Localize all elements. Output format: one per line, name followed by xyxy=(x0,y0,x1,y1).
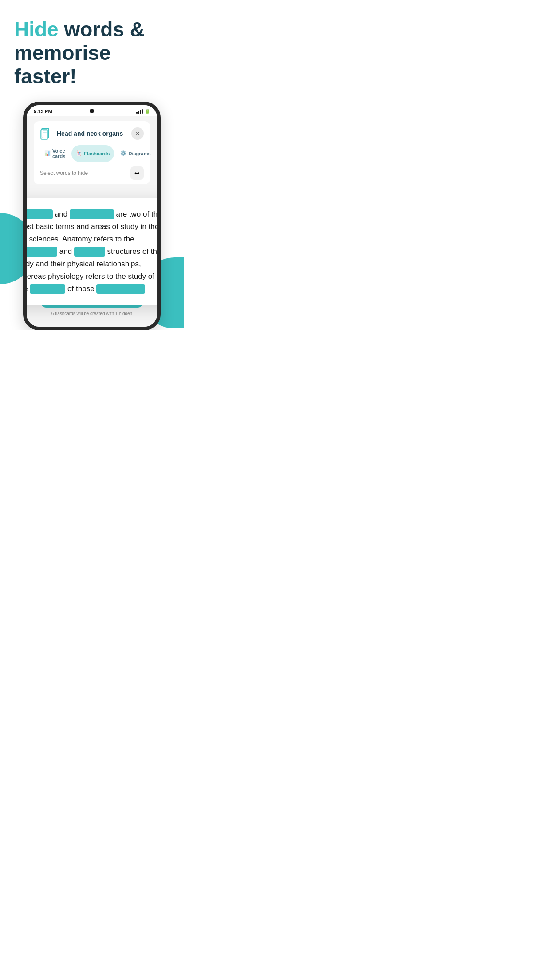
subtitle-text: 6 flashcards will be created with 1 hidd… xyxy=(41,311,143,316)
phone-mockup: 5:13 PM 🔋 xyxy=(23,102,161,331)
hero-highlight: Hide xyxy=(14,18,59,41)
tab-flashcards-label: Flashcards xyxy=(84,151,110,156)
hero-section: Hide words &memorisefaster! xyxy=(0,0,184,97)
flashcard-text: and are two of the most basic terms and … xyxy=(23,208,161,295)
app-title: Head and neck organs xyxy=(57,130,127,137)
status-icons: 🔋 xyxy=(136,109,150,114)
hidden-word-3[interactable] xyxy=(23,247,57,257)
app-header: Head and neck organs × 📊 Voice cards 🃏 F… xyxy=(34,121,150,162)
hero-title: Hide words &memorisefaster! xyxy=(14,18,169,88)
text-and2: and xyxy=(59,247,74,256)
diagrams-icon: ⚙️ xyxy=(120,150,126,156)
flashcard-popup: and are two of the most basic terms and … xyxy=(23,198,161,305)
document-icon xyxy=(40,127,52,140)
camera-dot xyxy=(90,109,94,113)
battery-icon: 🔋 xyxy=(145,109,150,114)
text-of-those: of those xyxy=(67,285,96,293)
app-header-row: Head and neck organs × xyxy=(40,127,144,140)
phone-wrapper: 5:13 PM 🔋 xyxy=(0,102,184,331)
hidden-word-2[interactable] xyxy=(70,209,114,219)
hidden-word-1[interactable] xyxy=(23,209,53,219)
close-button[interactable]: × xyxy=(131,127,144,140)
tabs-row: 📊 Voice cards 🃏 Flashcards ⚙️ Diagrams xyxy=(40,145,144,162)
tab-voice-cards[interactable]: 📊 Voice cards xyxy=(40,145,70,162)
tab-voice-cards-label: Voice cards xyxy=(52,148,65,159)
status-time: 5:13 PM xyxy=(34,109,52,114)
select-words-label: Select words to hide xyxy=(40,170,88,176)
select-words-bar: Select words to hide ↩ xyxy=(34,162,150,184)
tab-flashcards[interactable]: 🃏 Flashcards xyxy=(71,145,114,162)
text-and: and xyxy=(55,210,70,218)
signal-bars xyxy=(136,109,143,114)
hidden-word-5[interactable] xyxy=(30,284,65,294)
hidden-word-4[interactable] xyxy=(74,247,105,257)
tab-diagrams[interactable]: ⚙️ Diagrams xyxy=(116,145,155,162)
tab-diagrams-label: Diagrams xyxy=(128,151,150,156)
status-bar: 5:13 PM 🔋 xyxy=(27,105,157,116)
undo-button[interactable]: ↩ xyxy=(130,166,144,180)
hidden-word-6[interactable] xyxy=(96,284,145,294)
svg-rect-3 xyxy=(41,130,48,139)
flashcards-icon: 🃏 xyxy=(76,150,82,156)
voice-cards-icon: 📊 xyxy=(44,150,51,156)
app-content: Head and neck organs × 📊 Voice cards 🃏 F… xyxy=(27,116,157,327)
